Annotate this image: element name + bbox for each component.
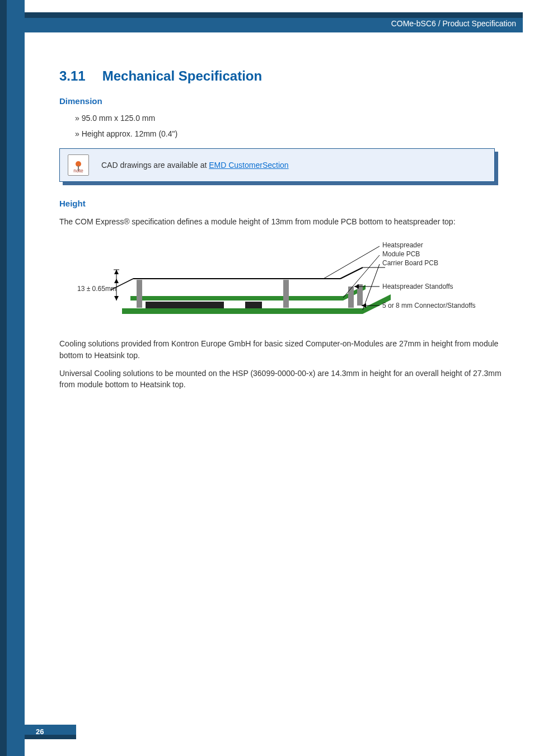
left-sidebar-decoration [0, 0, 25, 756]
height-diagram-svg: 13 ± 0.65mm Heatspreader Module PCB Carr… [77, 235, 491, 325]
page: COMe-bSC6 / Product Specification 3.11Me… [0, 0, 534, 756]
svg-rect-9 [245, 302, 262, 308]
dimension-item: » Height approx. 12mm (0.4") [75, 129, 509, 138]
svg-marker-15 [114, 279, 119, 283]
svg-marker-19 [114, 270, 119, 274]
dimension-item: » 95.0 mm x 125.0 mm [75, 114, 509, 123]
svg-marker-21 [354, 284, 359, 289]
dimension-list: » 95.0 mm x 125.0 mm » Height approx. 12… [75, 114, 509, 138]
svg-rect-12 [348, 287, 354, 308]
svg-rect-11 [283, 280, 289, 308]
diagram-label-carrier-pcb: Carrier Board PCB [382, 259, 438, 267]
diagram-label-module-pcb: Module PCB [382, 250, 420, 258]
diagram-dim-label: 13 ± 0.65mm [77, 285, 116, 293]
section-name: Mechanical Specification [102, 68, 262, 83]
svg-line-24 [324, 246, 380, 279]
svg-marker-16 [114, 296, 119, 300]
header-breadcrumb: COMe-bSC6 / Product Specification [391, 19, 516, 28]
diagram-label-heatspreader: Heatspreader [382, 241, 423, 249]
section-number: 3.11 [59, 68, 86, 84]
height-heading: Height [59, 199, 509, 208]
note-icon-label: note [73, 168, 83, 173]
height-para-1: Cooling solutions provided from Kontron … [59, 338, 509, 361]
note-callout: note CAD drawings are available at EMD C… [59, 148, 495, 182]
svg-rect-6 [122, 308, 363, 314]
height-diagram: 13 ± 0.65mm Heatspreader Module PCB Carr… [77, 235, 491, 327]
note-icon: note [68, 154, 89, 176]
page-content: 3.11Mechanical Specification Dimension »… [59, 68, 509, 397]
section-title: 3.11Mechanical Specification [59, 68, 509, 84]
svg-line-1 [340, 267, 363, 279]
height-intro: The COM Express® specification defines a… [59, 216, 509, 227]
note-text-pre: CAD drawings are available at [101, 161, 209, 170]
note-text: CAD drawings are available at EMD Custom… [101, 161, 289, 170]
note-box: note CAD drawings are available at EMD C… [59, 148, 495, 182]
dimension-heading: Dimension [59, 96, 509, 106]
height-para-2: Universal Cooling solutions to be mounte… [59, 368, 509, 391]
diagram-label-connector: 5 or 8 mm Connector/Standoffs [382, 302, 476, 309]
svg-rect-4 [130, 296, 343, 300]
header-band: COMe-bSC6 / Product Specification [25, 12, 523, 32]
footer-band [25, 725, 76, 739]
svg-rect-8 [146, 302, 224, 308]
svg-rect-10 [137, 280, 142, 308]
page-number: 26 [36, 727, 44, 736]
note-link[interactable]: EMD CustomerSection [209, 161, 288, 170]
diagram-label-standoffs: Heatspreader Standoffs [382, 283, 453, 290]
